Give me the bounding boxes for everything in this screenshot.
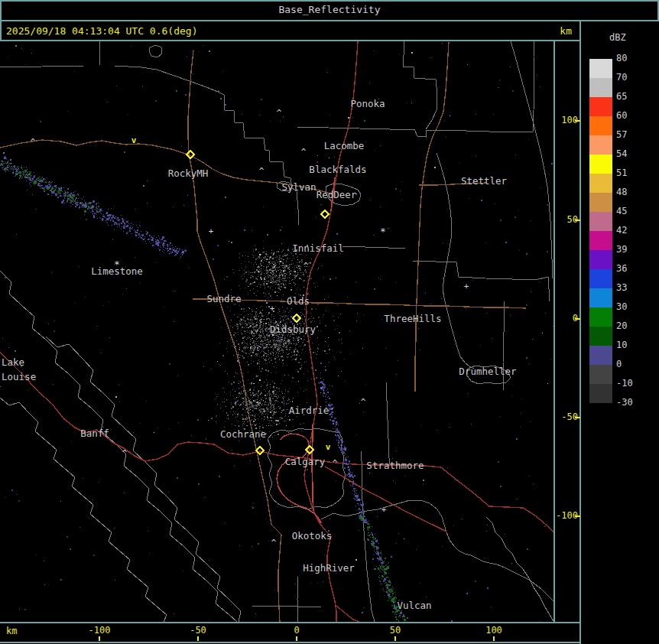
clutter-pixel: [254, 336, 255, 337]
echo-pixel: [63, 187, 64, 188]
clutter-pixel: [266, 356, 267, 357]
echo-pixel: [359, 518, 361, 519]
clutter-pixel: [284, 266, 286, 268]
echo-pixel: [100, 218, 101, 219]
echo-pixel: [349, 473, 350, 473]
clutter-pixel: [245, 402, 246, 403]
clutter-pixel: [228, 317, 229, 317]
clutter-pixel: [267, 348, 268, 349]
clutter-pixel: [337, 325, 338, 326]
clutter-pixel: [284, 287, 285, 288]
clutter-pixel: [281, 262, 282, 262]
clutter-pixel: [260, 331, 261, 332]
clutter-pixel: [280, 320, 281, 320]
echo-pixel: [354, 475, 355, 476]
clutter-pixel: [275, 402, 276, 403]
noise-pixel: [551, 163, 553, 164]
clutter-pixel: [306, 272, 307, 273]
clutter-pixel: [250, 347, 252, 349]
clutter-pixel: [268, 352, 269, 353]
echo-pixel: [170, 249, 171, 249]
clutter-pixel: [247, 330, 248, 331]
clutter-pixel: [243, 390, 245, 392]
clutter-pixel: [291, 343, 292, 344]
echo-pixel: [388, 600, 388, 601]
echo-pixel: [102, 220, 103, 221]
echo-pixel: [31, 186, 31, 187]
echo-pixel: [164, 252, 164, 253]
clutter-pixel: [231, 320, 232, 320]
echo-pixel: [64, 197, 65, 198]
echo-pixel: [86, 204, 87, 205]
echo-pixel: [166, 241, 167, 242]
clutter-pixel: [271, 351, 272, 352]
noise-pixel: [83, 478, 83, 479]
echo-pixel: [327, 397, 328, 398]
echo-pixel: [102, 216, 103, 216]
clutter-pixel: [243, 403, 244, 404]
clutter-pixel: [282, 278, 284, 279]
clutter-pixel: [239, 257, 240, 258]
echo-pixel: [67, 200, 68, 202]
clutter-pixel: [246, 343, 247, 344]
colorbar-swatch: [589, 288, 612, 307]
echo-pixel: [141, 231, 141, 232]
clutter-pixel: [251, 346, 252, 346]
echo-pixel: [394, 602, 395, 603]
clutter-pixel: [245, 398, 245, 398]
clutter-pixel: [267, 318, 268, 319]
clutter-pixel: [285, 265, 286, 266]
echo-pixel: [73, 204, 73, 205]
echo-pixel: [39, 177, 40, 177]
clutter-pixel: [264, 346, 265, 347]
clutter-pixel: [275, 288, 276, 288]
clutter-pixel: [235, 372, 236, 373]
clutter-pixel: [252, 424, 253, 425]
clutter-pixel: [274, 340, 274, 340]
clutter-pixel: [328, 297, 329, 298]
echo-pixel: [349, 473, 349, 474]
echo-pixel: [41, 185, 41, 186]
echo-pixel: [346, 457, 346, 458]
clutter-pixel: [270, 411, 271, 413]
clutter-pixel: [275, 420, 276, 421]
echo-pixel: [332, 415, 333, 415]
clutter-pixel: [287, 345, 287, 346]
clutter-pixel: [252, 319, 253, 320]
echo-pixel: [86, 203, 86, 203]
clutter-pixel: [258, 405, 259, 405]
clutter-pixel: [294, 271, 294, 272]
echo-pixel: [378, 560, 379, 561]
clutter-pixel: [268, 324, 269, 325]
clutter-pixel: [256, 308, 257, 309]
clutter-pixel: [284, 253, 285, 254]
noise-pixel: [187, 195, 188, 196]
clutter-pixel: [261, 323, 261, 324]
noise-pixel: [531, 291, 531, 292]
clutter-pixel: [300, 261, 300, 262]
echo-pixel: [11, 169, 12, 170]
echo-pixel: [373, 542, 374, 542]
echo-pixel: [355, 489, 355, 490]
clutter-pixel: [249, 410, 250, 411]
echo-pixel: [112, 217, 113, 218]
clutter-pixel: [246, 332, 247, 333]
noise-pixel: [167, 246, 168, 246]
echo-pixel: [11, 168, 12, 169]
echo-pixel: [341, 444, 342, 444]
clutter-pixel: [251, 363, 252, 364]
noise-pixel: [362, 612, 363, 613]
noise-pixel: [116, 86, 117, 86]
noise-pixel: [300, 424, 300, 424]
clutter-pixel: [302, 343, 303, 343]
radar-map-canvas[interactable]: ^^^^^^^^^**++++vvPonokaLacombeBlackfalds…: [0, 41, 553, 622]
clutter-pixel: [284, 340, 285, 341]
noise-pixel: [122, 294, 123, 294]
echo-pixel: [331, 408, 332, 408]
clutter-pixel: [256, 343, 257, 344]
noise-pixel: [532, 339, 533, 340]
clutter-pixel: [254, 316, 255, 317]
echo-pixel: [158, 248, 159, 249]
clutter-pixel: [284, 315, 285, 316]
clutter-pixel: [245, 395, 245, 395]
